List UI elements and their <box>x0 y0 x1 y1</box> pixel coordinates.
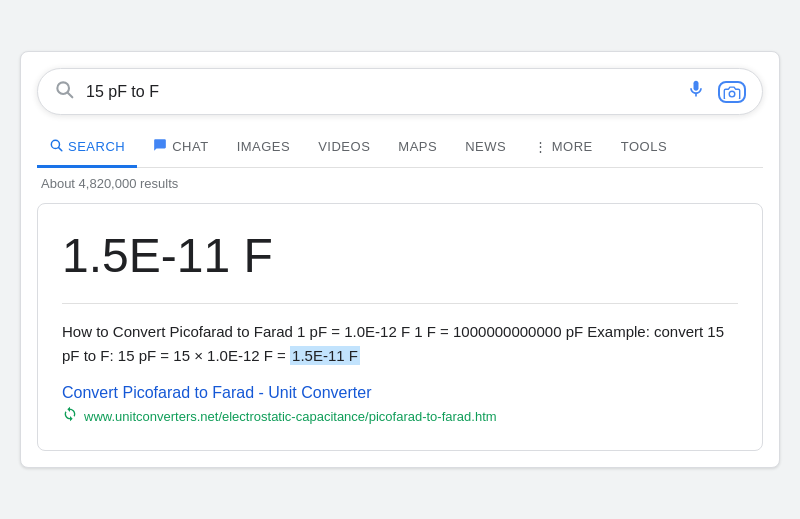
search-icons-right <box>686 79 746 104</box>
tab-chat-label: CHAT <box>172 139 208 154</box>
tab-images-label: IMAGES <box>237 139 291 154</box>
conversion-result: 1.5E-11 F <box>62 228 738 283</box>
tab-maps-label: MAPS <box>398 139 437 154</box>
card-divider <box>62 303 738 304</box>
search-bar[interactable]: 15 pF to F <box>37 68 763 115</box>
highlighted-result: 1.5E-11 F <box>290 346 360 365</box>
tab-news[interactable]: NEWS <box>453 129 518 167</box>
result-url-wrap: www.unitconverters.net/electrostatic-cap… <box>62 406 738 426</box>
result-url: www.unitconverters.net/electrostatic-cap… <box>84 409 497 424</box>
description-before: How to Convert Picofarad to Farad 1 pF =… <box>62 323 724 364</box>
tab-tools[interactable]: TOOLS <box>609 129 679 167</box>
chat-tab-icon <box>153 138 167 155</box>
mic-icon[interactable] <box>686 79 706 104</box>
browser-frame: 15 pF to F <box>20 51 780 468</box>
tab-tools-label: TOOLS <box>621 139 667 154</box>
tab-more[interactable]: ⋮ MORE <box>522 129 605 167</box>
tab-news-label: NEWS <box>465 139 506 154</box>
svg-point-2 <box>729 91 735 97</box>
tab-chat[interactable]: CHAT <box>141 128 220 168</box>
nav-tabs: SEARCH CHAT IMAGES VIDEOS MAPS NEWS ⋮ MO… <box>37 127 763 168</box>
search-input[interactable]: 15 pF to F <box>86 83 686 101</box>
tab-videos-label: VIDEOS <box>318 139 370 154</box>
tab-videos[interactable]: VIDEOS <box>306 129 382 167</box>
tab-search-label: SEARCH <box>68 139 125 154</box>
search-icon <box>54 79 74 104</box>
site-favicon-icon <box>62 406 78 426</box>
tab-more-label: ⋮ MORE <box>534 139 593 154</box>
description-text: How to Convert Picofarad to Farad 1 pF =… <box>62 320 738 368</box>
search-tab-icon <box>49 138 63 155</box>
svg-line-4 <box>59 148 62 151</box>
result-card: 1.5E-11 F How to Convert Picofarad to Fa… <box>37 203 763 451</box>
svg-line-1 <box>68 93 73 98</box>
tab-search[interactable]: SEARCH <box>37 128 137 168</box>
result-link[interactable]: Convert Picofarad to Farad - Unit Conver… <box>62 384 738 402</box>
tab-maps[interactable]: MAPS <box>386 129 449 167</box>
camera-icon[interactable] <box>718 81 746 103</box>
results-count: About 4,820,000 results <box>37 176 763 191</box>
tab-images[interactable]: IMAGES <box>225 129 303 167</box>
